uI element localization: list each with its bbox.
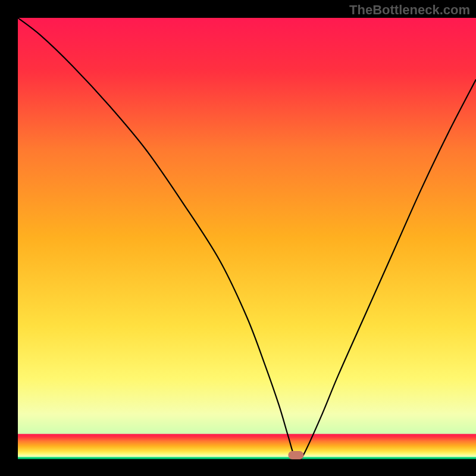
watermark-text: TheBottleneck.com — [349, 2, 470, 18]
plot-background — [18, 18, 476, 458]
green-band — [18, 434, 476, 458]
bottleneck-chart — [0, 0, 476, 476]
optimal-marker — [288, 451, 303, 459]
chart-container: { "watermark": "TheBottleneck.com", "cha… — [0, 0, 476, 476]
